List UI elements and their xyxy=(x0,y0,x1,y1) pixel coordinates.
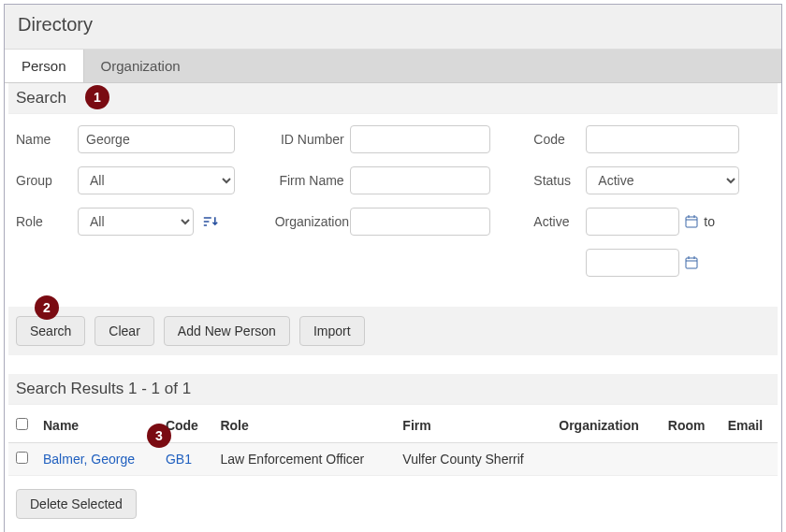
row-code-link[interactable]: GB1 xyxy=(166,452,192,467)
select-all-checkbox[interactable] xyxy=(16,418,28,430)
search-button[interactable]: Search xyxy=(16,316,85,346)
row-room xyxy=(661,443,720,476)
label-name: Name xyxy=(16,132,78,147)
label-id-number: ID Number xyxy=(275,132,350,147)
id-number-input[interactable] xyxy=(350,125,490,153)
tab-organization[interactable]: Organization xyxy=(84,50,197,82)
label-to: to xyxy=(704,214,715,229)
row-name-link[interactable]: Balmer, George xyxy=(43,452,135,467)
col-room[interactable]: Room xyxy=(661,409,720,443)
row-checkbox[interactable] xyxy=(16,452,28,464)
calendar-icon[interactable] xyxy=(685,256,698,269)
search-results: Search Results 1 - 1 of 1 Name Code Role… xyxy=(8,374,778,526)
search-heading: Search 1 xyxy=(8,83,778,114)
code-input[interactable] xyxy=(586,125,739,153)
role-select[interactable]: All xyxy=(78,208,194,236)
annotation-2: 2 xyxy=(35,295,59,320)
col-name[interactable]: Name xyxy=(36,409,158,443)
row-organization xyxy=(551,443,661,476)
row-email xyxy=(720,443,778,476)
label-group: Group xyxy=(16,173,78,188)
annotation-1: 1 xyxy=(85,85,109,109)
label-active: Active xyxy=(533,214,586,229)
col-firm[interactable]: Firm xyxy=(395,409,551,443)
status-select[interactable]: Active xyxy=(586,166,739,194)
results-heading: Search Results 1 - 1 of 1 xyxy=(8,374,778,405)
search-form: Name Group All Role All xyxy=(8,114,778,307)
add-new-person-button[interactable]: Add New Person xyxy=(164,316,290,346)
person-panel: Search 1 Name Group All xyxy=(5,83,781,532)
search-heading-text: Search xyxy=(16,89,66,107)
row-role: Law Enforcement Officer xyxy=(212,443,395,476)
results-table: Name Code Role Firm Organization Room Em… xyxy=(8,409,778,476)
row-firm: Vulfer County Sherrif xyxy=(395,443,551,476)
delete-selected-button[interactable]: Delete Selected xyxy=(16,489,137,519)
search-button-bar: 2 Search Clear Add New Person Import xyxy=(8,307,778,355)
annotation-3: 3 xyxy=(147,424,171,448)
col-email[interactable]: Email xyxy=(720,409,778,443)
name-input[interactable] xyxy=(78,125,235,153)
col-organization[interactable]: Organization xyxy=(551,409,661,443)
organization-input[interactable] xyxy=(350,208,490,236)
calendar-icon[interactable] xyxy=(685,215,698,228)
group-select[interactable]: All xyxy=(78,166,235,194)
table-row: Balmer, George GB1 Law Enforcement Offic… xyxy=(8,443,778,476)
col-role[interactable]: Role xyxy=(212,409,395,443)
active-to-input[interactable] xyxy=(586,249,679,277)
active-from-input[interactable] xyxy=(586,208,679,236)
label-firm-name: Firm Name xyxy=(275,173,350,188)
label-code: Code xyxy=(533,132,586,147)
role-sort-icon[interactable] xyxy=(203,215,218,228)
window-title: Directory xyxy=(5,5,781,50)
import-button[interactable]: Import xyxy=(299,316,365,346)
svg-rect-0 xyxy=(686,217,697,227)
directory-window: Directory Person Organization Search 1 N… xyxy=(4,4,782,532)
label-role: Role xyxy=(16,214,78,229)
firm-name-input[interactable] xyxy=(350,166,490,194)
svg-rect-4 xyxy=(686,258,697,268)
label-organization: Organization xyxy=(275,214,350,229)
tab-person[interactable]: Person xyxy=(5,50,84,82)
label-status: Status xyxy=(533,173,586,188)
clear-button[interactable]: Clear xyxy=(95,316,153,346)
tab-row: Person Organization xyxy=(5,50,781,83)
